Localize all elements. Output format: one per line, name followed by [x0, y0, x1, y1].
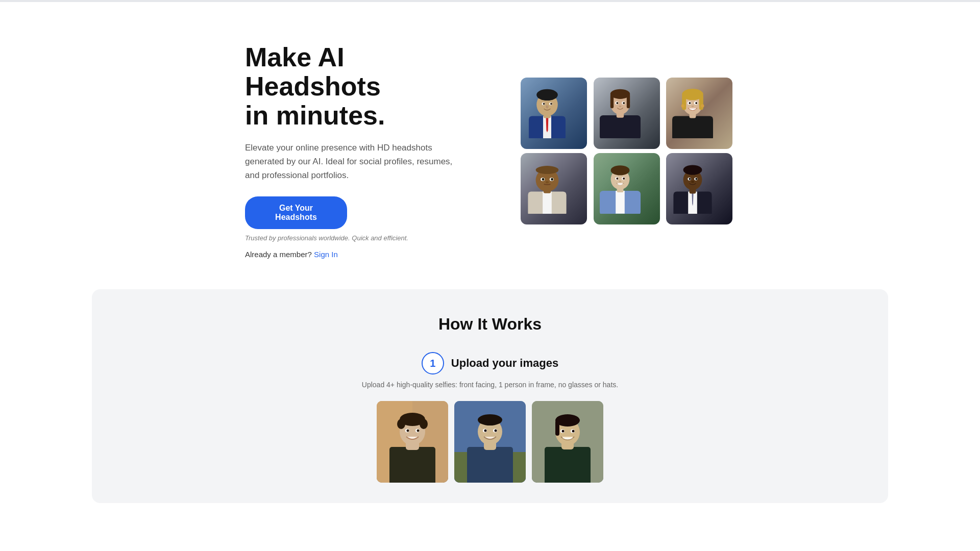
hero-content: Make AI Headshots in minutes. Elevate yo… — [245, 43, 459, 259]
svg-rect-25 — [682, 94, 687, 110]
sign-in-link[interactable]: Sign In — [314, 250, 338, 259]
hero-section: Make AI Headshots in minutes. Elevate yo… — [0, 2, 980, 289]
svg-point-64 — [696, 178, 698, 180]
step-1-title: Upload your images — [451, 357, 558, 370]
svg-rect-68 — [389, 447, 435, 483]
svg-point-44 — [546, 181, 549, 183]
svg-point-20 — [619, 105, 621, 107]
svg-point-33 — [692, 105, 694, 107]
svg-rect-80 — [467, 447, 513, 483]
svg-point-19 — [623, 102, 625, 104]
svg-point-72 — [397, 419, 405, 429]
svg-point-86 — [484, 430, 487, 432]
svg-point-18 — [616, 102, 618, 104]
sample-upload-image-2 — [454, 401, 526, 483]
svg-rect-15 — [626, 94, 629, 108]
svg-rect-10 — [600, 115, 641, 138]
section-title: How It Works — [133, 315, 847, 334]
hero-subtitle: Elevate your online presence with HD hea… — [245, 141, 459, 183]
svg-rect-21 — [672, 116, 713, 138]
headshot-image-1 — [521, 78, 587, 149]
svg-rect-93 — [555, 420, 559, 436]
sample-upload-image-1 — [377, 401, 448, 483]
svg-point-5 — [536, 89, 558, 100]
sample-images-row — [377, 401, 603, 483]
step-1-description: Upload 4+ high-quality selfies: front fa… — [362, 381, 618, 389]
svg-point-77 — [417, 430, 420, 432]
headshot-image-3 — [666, 78, 732, 149]
get-headshots-button[interactable]: Get Your Headshots — [245, 196, 347, 229]
svg-point-96 — [562, 430, 565, 433]
svg-point-83 — [478, 414, 502, 425]
svg-point-28 — [701, 104, 704, 107]
svg-rect-35 — [543, 191, 552, 214]
sample-upload-image-3 — [532, 401, 603, 483]
svg-point-54 — [619, 180, 621, 182]
svg-point-49 — [610, 165, 629, 175]
member-signin-text: Already a member? Sign In — [245, 250, 459, 259]
how-it-works-section: How It Works 1 Upload your images Upload… — [92, 289, 888, 503]
svg-point-76 — [407, 430, 409, 432]
svg-rect-26 — [699, 94, 703, 110]
svg-point-53 — [623, 177, 625, 179]
hero-title: Make AI Headshots in minutes. — [245, 43, 459, 131]
svg-point-32 — [696, 102, 698, 104]
svg-point-8 — [543, 103, 545, 105]
svg-point-87 — [495, 430, 497, 432]
headshot-image-5 — [594, 153, 660, 224]
headshot-image-4 — [521, 153, 587, 224]
headshot-image-2 — [594, 78, 660, 149]
svg-point-38 — [536, 166, 559, 174]
headshot-image-6 — [666, 153, 732, 224]
svg-point-73 — [420, 419, 428, 429]
svg-point-9 — [550, 103, 552, 105]
svg-point-63 — [689, 178, 691, 180]
svg-point-60 — [683, 165, 702, 174]
svg-point-31 — [689, 102, 691, 104]
step-1-container: 1 Upload your images Upload 4+ high-qual… — [133, 352, 847, 483]
trusted-text: Trusted by professionals worldwide. Quic… — [245, 234, 459, 242]
svg-rect-14 — [610, 94, 613, 108]
svg-point-43 — [551, 178, 553, 181]
headshot-grid — [521, 78, 735, 224]
step-1-header: 1 Upload your images — [422, 352, 558, 374]
step-1-number: 1 — [422, 352, 444, 374]
svg-point-42 — [542, 178, 545, 181]
svg-point-97 — [572, 430, 575, 433]
svg-rect-89 — [545, 447, 591, 483]
svg-rect-46 — [616, 190, 625, 213]
svg-point-27 — [681, 104, 684, 107]
svg-point-65 — [692, 181, 695, 183]
svg-point-52 — [616, 177, 618, 179]
